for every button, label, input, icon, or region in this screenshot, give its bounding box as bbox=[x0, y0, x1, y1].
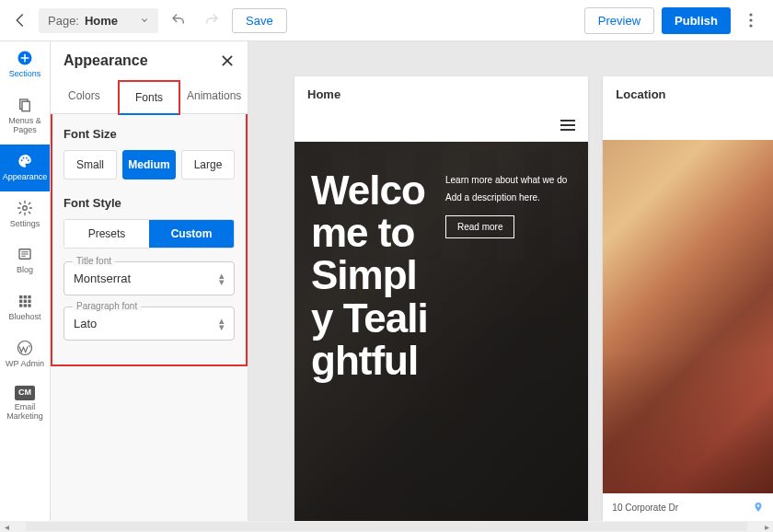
sidebar-item-label: Settings bbox=[10, 220, 40, 229]
svg-rect-15 bbox=[19, 300, 22, 303]
svg-point-2 bbox=[749, 24, 752, 27]
page-selector-value: Home bbox=[85, 14, 118, 28]
close-icon[interactable] bbox=[220, 53, 235, 68]
sidebar-item-label: Email Marketing bbox=[2, 403, 48, 422]
hero-section: Welcome to Simply Tealightful Learn more… bbox=[294, 142, 588, 521]
scroll-track[interactable] bbox=[26, 522, 747, 531]
grid-icon bbox=[16, 292, 34, 310]
paragraph-font-value: Lato bbox=[74, 317, 97, 330]
font-size-segment: Small Medium Large bbox=[63, 150, 235, 179]
svg-rect-5 bbox=[22, 101, 29, 111]
hero-description: Add a description here. bbox=[445, 192, 571, 202]
svg-rect-20 bbox=[28, 305, 30, 307]
sidebar-item-label: Bluehost bbox=[8, 313, 40, 322]
font-size-large[interactable]: Large bbox=[181, 150, 235, 179]
font-style-heading: Font Style bbox=[63, 196, 235, 210]
svg-point-0 bbox=[749, 13, 752, 16]
publish-button[interactable]: Publish bbox=[662, 7, 731, 34]
panel-header: Appearance bbox=[51, 41, 248, 80]
card-title: Home bbox=[294, 76, 588, 112]
svg-rect-13 bbox=[24, 295, 27, 298]
tab-animations[interactable]: Animations bbox=[180, 80, 248, 113]
card-nav bbox=[294, 112, 588, 142]
preview-canvas: Home Welcome to Simply Tealightful Learn… bbox=[248, 41, 773, 521]
svg-point-22 bbox=[757, 504, 760, 507]
redo-button[interactable] bbox=[199, 7, 225, 33]
title-font-field: Title font Montserrat ▴▾ bbox=[63, 261, 235, 295]
chevron-down-icon bbox=[140, 16, 149, 25]
svg-point-1 bbox=[749, 18, 752, 21]
tab-fonts[interactable]: Fonts bbox=[120, 82, 179, 115]
sidebar-item-sections[interactable]: Sections bbox=[0, 41, 50, 88]
appearance-panel: Appearance Colors Fonts Animations Font … bbox=[51, 41, 248, 521]
sidebar-item-label: WP Admin bbox=[6, 360, 44, 369]
scroll-right-icon[interactable]: ▸ bbox=[760, 522, 773, 532]
stepper-icon: ▴▾ bbox=[219, 318, 225, 330]
svg-point-6 bbox=[21, 159, 23, 161]
svg-point-9 bbox=[28, 159, 29, 161]
fonts-panel-body: Font Size Small Medium Large Font Style … bbox=[51, 114, 248, 366]
svg-rect-12 bbox=[19, 295, 22, 298]
preview-card-location[interactable]: Location 10 Corporate Dr bbox=[603, 76, 773, 521]
font-size-small[interactable]: Small bbox=[63, 150, 117, 179]
horizontal-scrollbar[interactable]: ◂ ▸ bbox=[0, 521, 773, 532]
font-style-custom[interactable]: Custom bbox=[149, 220, 234, 248]
sidebar-item-wpadmin[interactable]: WP Admin bbox=[0, 331, 50, 378]
hero-title: Welcome to Simply Tealightful bbox=[311, 169, 431, 382]
sidebar-item-settings[interactable]: Settings bbox=[0, 191, 50, 238]
location-image bbox=[603, 140, 773, 493]
svg-rect-18 bbox=[19, 305, 22, 307]
plus-circle-icon bbox=[16, 49, 34, 67]
back-button[interactable] bbox=[9, 9, 31, 31]
sidebar-item-label: Appearance bbox=[3, 173, 48, 182]
page-selector[interactable]: Page: Home bbox=[39, 8, 158, 33]
svg-rect-16 bbox=[24, 300, 27, 303]
sidebar-item-label: Menus & Pages bbox=[2, 117, 48, 135]
paragraph-font-field: Paragraph font Lato ▴▾ bbox=[63, 306, 235, 341]
read-more-button[interactable]: Read more bbox=[445, 215, 514, 238]
wordpress-icon bbox=[16, 339, 34, 357]
scroll-left-icon[interactable]: ◂ bbox=[0, 522, 13, 532]
sidebar-item-email[interactable]: CM Email Marketing bbox=[0, 378, 50, 431]
svg-rect-14 bbox=[28, 295, 30, 298]
paragraph-font-label: Paragraph font bbox=[73, 301, 141, 311]
undo-button[interactable] bbox=[166, 7, 191, 33]
topbar: Page: Home Save Preview Publish bbox=[0, 0, 773, 41]
title-font-select[interactable]: Montserrat ▴▾ bbox=[63, 261, 235, 295]
font-size-medium[interactable]: Medium bbox=[122, 150, 176, 179]
panel-title: Appearance bbox=[63, 52, 148, 69]
sidebar-item-menus[interactable]: Menus & Pages bbox=[0, 88, 50, 145]
pages-icon bbox=[16, 96, 34, 114]
sidebar-item-appearance[interactable]: Appearance bbox=[0, 145, 50, 191]
stepper-icon: ▴▾ bbox=[219, 272, 225, 285]
left-nav: Sections Menus & Pages Appearance Settin… bbox=[0, 41, 51, 521]
svg-rect-17 bbox=[28, 300, 30, 303]
panel-tabs: Colors Fonts Animations bbox=[51, 80, 248, 114]
preview-button[interactable]: Preview bbox=[584, 7, 654, 34]
hamburger-icon[interactable] bbox=[560, 120, 575, 131]
sidebar-item-label: Blog bbox=[17, 266, 33, 275]
map-pin-icon[interactable] bbox=[753, 501, 764, 514]
svg-point-10 bbox=[23, 205, 28, 210]
paragraph-font-select[interactable]: Lato ▴▾ bbox=[63, 306, 235, 341]
font-style-presets[interactable]: Presets bbox=[64, 220, 149, 248]
more-menu-button[interactable] bbox=[738, 7, 764, 33]
title-font-value: Montserrat bbox=[74, 272, 131, 285]
blog-icon bbox=[16, 245, 34, 263]
sidebar-item-bluehost[interactable]: Bluehost bbox=[0, 284, 50, 331]
svg-point-8 bbox=[26, 156, 28, 158]
address-text: 10 Corporate Dr bbox=[612, 503, 678, 513]
sidebar-item-label: Sections bbox=[9, 70, 41, 79]
tab-colors[interactable]: Colors bbox=[51, 80, 118, 113]
save-button[interactable]: Save bbox=[232, 8, 287, 33]
main: Sections Menus & Pages Appearance Settin… bbox=[0, 41, 773, 521]
card-title: Location bbox=[603, 76, 773, 112]
sidebar-item-blog[interactable]: Blog bbox=[0, 237, 50, 284]
cm-badge-icon: CM bbox=[15, 386, 35, 400]
svg-rect-19 bbox=[24, 305, 27, 307]
preview-card-home[interactable]: Home Welcome to Simply Tealightful Learn… bbox=[294, 76, 588, 521]
page-selector-label: Page: bbox=[48, 14, 79, 28]
gear-icon bbox=[16, 199, 34, 217]
font-size-heading: Font Size bbox=[63, 127, 235, 141]
location-address-row: 10 Corporate Dr bbox=[603, 493, 773, 521]
